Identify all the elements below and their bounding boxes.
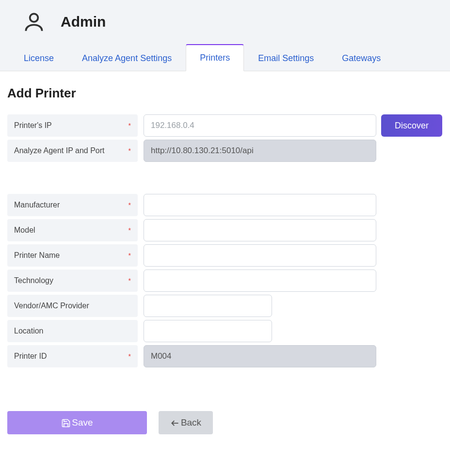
row-technology: Technology * [7, 270, 443, 292]
row-agent-ip: Analyze Agent IP and Port * [7, 140, 443, 162]
label-text: Vendor/AMC Provider [14, 301, 89, 310]
label-printer-name: Printer Name * [7, 244, 138, 267]
label-technology: Technology * [7, 270, 138, 292]
row-printer-ip: Printer's IP * Discover [7, 114, 443, 137]
model-input[interactable] [144, 219, 376, 241]
tab-license[interactable]: License [10, 45, 68, 71]
svg-point-0 [30, 14, 38, 22]
tab-analyze-agent-settings[interactable]: Analyze Agent Settings [68, 45, 186, 71]
row-manufacturer: Manufacturer * [7, 194, 443, 216]
label-printer-ip: Printer's IP * [7, 114, 138, 137]
required-marker: * [125, 252, 131, 259]
content: Add Printer Printer's IP * Discover Anal… [0, 71, 450, 449]
tab-printers[interactable]: Printers [186, 44, 244, 71]
back-arrow-icon [170, 417, 180, 428]
label-printer-id: Printer ID * [7, 345, 138, 367]
tab-gateways[interactable]: Gateways [328, 45, 395, 71]
label-text: Printer ID [14, 352, 47, 361]
row-printer-id: Printer ID * [7, 345, 443, 367]
required-marker: * [125, 147, 131, 155]
printer-id-input[interactable] [144, 345, 376, 367]
agent-ip-input[interactable] [144, 140, 376, 162]
location-input[interactable] [144, 320, 272, 342]
label-agent-ip: Analyze Agent IP and Port * [7, 140, 138, 162]
page-title: Admin [61, 14, 106, 30]
label-text: Location [14, 327, 44, 335]
label-text: Model [14, 226, 35, 235]
section-title: Add Printer [7, 86, 443, 101]
vendor-input[interactable] [144, 295, 272, 317]
footer-buttons: Save Back [7, 411, 443, 434]
back-label: Back [181, 417, 201, 428]
row-printer-name: Printer Name * [7, 244, 443, 267]
label-text: Technology [14, 276, 53, 285]
tabs: License Analyze Agent Settings Printers … [0, 44, 450, 71]
header: Admin License Analyze Agent Settings Pri… [0, 0, 450, 71]
row-location: Location [7, 320, 443, 342]
required-marker: * [125, 277, 131, 285]
label-text: Printer Name [14, 251, 60, 260]
discover-button[interactable]: Discover [381, 114, 442, 137]
required-marker: * [125, 226, 131, 234]
required-marker: * [125, 352, 131, 360]
label-manufacturer: Manufacturer * [7, 194, 138, 216]
manufacturer-input[interactable] [144, 194, 376, 216]
user-icon [22, 10, 46, 34]
label-text: Printer's IP [14, 121, 52, 130]
row-model: Model * [7, 219, 443, 241]
header-top: Admin [0, 10, 450, 44]
tab-email-settings[interactable]: Email Settings [244, 45, 328, 71]
label-location: Location [7, 320, 138, 342]
save-icon [61, 417, 71, 428]
save-label: Save [72, 417, 93, 428]
label-vendor: Vendor/AMC Provider [7, 295, 138, 317]
save-button[interactable]: Save [7, 411, 147, 434]
label-text: Manufacturer [14, 201, 60, 209]
label-text: Analyze Agent IP and Port [14, 146, 105, 155]
back-button[interactable]: Back [159, 411, 213, 434]
required-marker: * [125, 201, 131, 209]
printer-ip-input[interactable] [144, 114, 376, 137]
row-vendor: Vendor/AMC Provider [7, 295, 443, 317]
printer-name-input[interactable] [144, 244, 376, 267]
technology-input[interactable] [144, 270, 376, 292]
required-marker: * [125, 122, 131, 129]
label-model: Model * [7, 219, 138, 241]
